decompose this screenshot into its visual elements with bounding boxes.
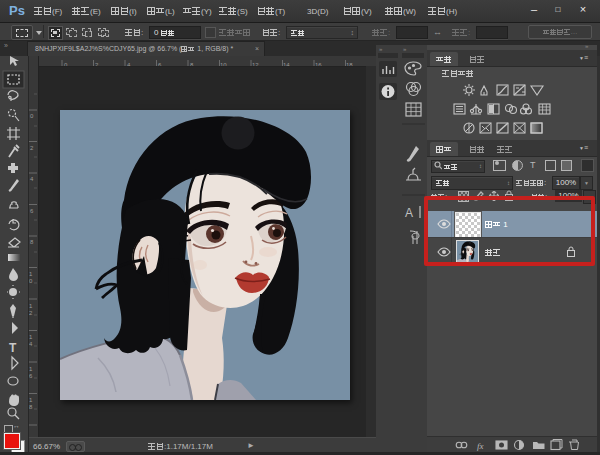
svg-text:T: T (9, 341, 17, 355)
svg-text:1: 1 (29, 303, 33, 309)
svg-text:0: 0 (64, 62, 68, 67)
svg-text:4: 4 (29, 341, 33, 347)
svg-text:8: 8 (190, 62, 194, 67)
svg-text:8: 8 (29, 404, 33, 410)
svg-text:6: 6 (30, 208, 34, 214)
svg-text:8: 8 (30, 239, 34, 245)
svg-text:18: 18 (346, 62, 353, 67)
svg-text:A: A (405, 206, 413, 220)
svg-text:6: 6 (158, 62, 162, 67)
svg-text:0: 0 (29, 278, 33, 284)
svg-text:1: 1 (29, 366, 33, 372)
svg-text:10: 10 (220, 62, 227, 67)
svg-text:4: 4 (30, 176, 34, 182)
svg-text:2: 2 (30, 145, 34, 151)
svg-text:fx: fx (477, 441, 484, 451)
svg-text:4: 4 (127, 62, 131, 67)
svg-text:0: 0 (30, 113, 34, 119)
svg-text:6: 6 (29, 373, 33, 379)
svg-text:12: 12 (252, 62, 259, 67)
svg-text:1: 1 (29, 271, 33, 277)
svg-text:2: 2 (29, 310, 33, 316)
svg-text:14: 14 (283, 62, 290, 67)
svg-text:1: 1 (29, 397, 33, 403)
svg-text:16: 16 (315, 62, 322, 67)
svg-text:2: 2 (95, 62, 99, 67)
svg-text:1: 1 (29, 334, 33, 340)
